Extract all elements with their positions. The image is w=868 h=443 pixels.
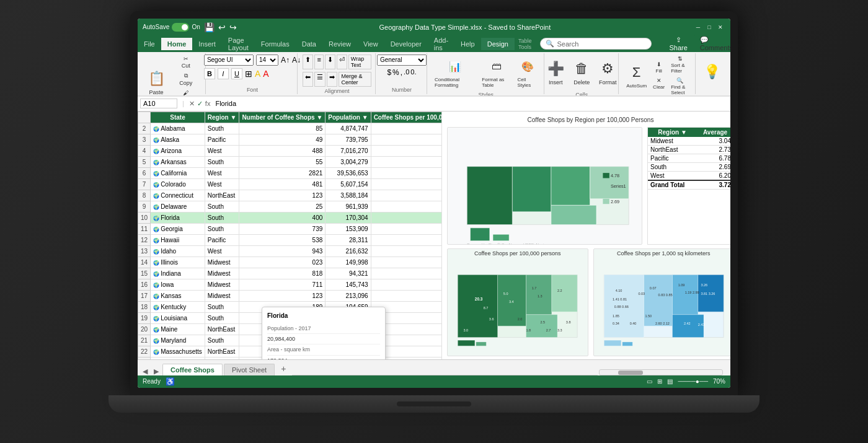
increase-decimal-button[interactable]: .0 <box>404 68 409 77</box>
cell-population[interactable]: 145,743 <box>326 279 371 290</box>
cell-population[interactable]: 149,998 <box>326 257 371 268</box>
zoom-slider[interactable]: ────●── <box>678 378 708 385</box>
tab-help[interactable]: Help <box>454 38 481 50</box>
cancel-formula-button[interactable]: ✕ <box>189 100 195 108</box>
cell-population[interactable]: 4,874,747 <box>326 123 371 134</box>
cell-per100k[interactable]: 7.0 <box>371 145 441 156</box>
cell-region[interactable]: South <box>205 123 239 134</box>
align-center-button[interactable]: ☰ <box>314 72 326 87</box>
tab-home[interactable]: Home <box>161 38 193 50</box>
table-row[interactable]: 9 🌍Delaware South 25 961,939 2.6 6,452 3… <box>138 201 442 212</box>
wrap-text-button[interactable]: ⏎ <box>337 55 347 69</box>
cell-region[interactable]: Midwest <box>205 357 239 359</box>
table-row[interactable]: 7 🌍Colorado West 481 5,607,154 8.6 269,8… <box>138 178 442 190</box>
table-row[interactable]: 14 🌍Illinois Midwest 023 149,998 4.5 149… <box>138 257 442 268</box>
table-row[interactable]: 2 🌍Alabama South 85 4,874,747 1.7 135,76… <box>138 123 442 134</box>
cell-region[interactable]: NorthEast <box>205 323 239 335</box>
cell-region[interactable]: NorthEast <box>205 190 239 201</box>
cell-region[interactable]: West <box>205 167 239 178</box>
search-box[interactable]: 🔍 Search <box>540 38 652 50</box>
cell-coffee-shops[interactable]: 023 <box>239 257 326 268</box>
cell-region[interactable]: South <box>205 212 239 223</box>
delete-button[interactable]: 🗑 Delete <box>569 55 594 90</box>
cell-state[interactable]: 🌍Florida <box>151 212 205 223</box>
cell-population[interactable]: 5,607,154 <box>326 178 371 190</box>
cell-population[interactable]: 94,321 <box>326 268 371 279</box>
italic-button[interactable]: I <box>218 68 229 79</box>
comma-button[interactable]: , <box>401 68 402 77</box>
close-button[interactable]: ✕ <box>715 22 725 32</box>
font-size-select[interactable]: 14 <box>256 55 278 66</box>
format-button[interactable]: ⚙ Format <box>595 55 620 90</box>
tab-design[interactable]: Design <box>481 38 515 50</box>
cell-per100k[interactable]: 3.3 <box>371 268 441 279</box>
bold-button[interactable]: B <box>204 68 215 79</box>
cell-per100k[interactable]: 1.8 <box>371 156 441 167</box>
cell-per100k[interactable]: 2.8 <box>371 279 441 290</box>
cell-state[interactable]: 🌍Louisiana <box>151 312 205 323</box>
cell-coffee-shops[interactable]: 25 <box>239 201 326 212</box>
cell-state[interactable]: 🌍Idaho <box>151 245 205 257</box>
sheet-nav-left[interactable]: ◀ <box>140 367 150 375</box>
insert-button[interactable]: ➕ Insert <box>543 55 568 90</box>
cell-population[interactable]: 170,304 <box>326 212 371 223</box>
find-select-button[interactable]: 🔍 Find & Select <box>668 76 691 97</box>
cell-coffee-shops[interactable]: 488 <box>239 145 326 156</box>
table-row[interactable]: 15 🌍Indiana Midwest 818 94,321 3.3 94,32… <box>138 268 442 279</box>
comments-button[interactable]: 💬 Comments <box>700 36 730 51</box>
scroll-bar-horizontal[interactable] <box>599 369 723 375</box>
fill-button[interactable]: ⬇ Fill <box>650 60 667 75</box>
redo-icon[interactable]: ↪ <box>229 22 237 32</box>
tab-file[interactable]: File <box>138 38 161 50</box>
insert-function-button[interactable]: fx <box>205 100 211 107</box>
cell-region[interactable]: NorthEast <box>205 346 239 357</box>
cell-coffee-shops[interactable]: 55 <box>239 156 326 167</box>
align-middle-button[interactable]: ≡ <box>314 55 323 69</box>
sort-filter-button[interactable]: ⇅ Sort & Filter <box>668 55 691 75</box>
cell-coffee-shops[interactable]: 123 <box>239 190 326 201</box>
confirm-formula-button[interactable]: ✓ <box>197 100 203 108</box>
cell-state[interactable]: 🌍Kansas <box>151 290 205 301</box>
underline-button[interactable]: U <box>231 68 242 79</box>
cell-state[interactable]: 🌍Maryland <box>151 335 205 346</box>
align-right-button[interactable]: ➡ <box>327 72 337 87</box>
share-button[interactable]: ⇪ Share <box>662 34 694 53</box>
table-row[interactable]: 5 🌍Arkansas South 55 3,004,279 1.8 137,7… <box>138 156 442 167</box>
cell-per100k[interactable]: 8.6 <box>371 178 441 190</box>
cell-population[interactable]: 216,632 <box>326 245 371 257</box>
table-row[interactable]: 13 🌍Idaho West 943 216,632 3.9 216,632 0… <box>138 245 442 257</box>
copy-button[interactable]: ⧉ Copy <box>170 71 202 87</box>
cell-styles-button[interactable]: 🎨 Cell Styles <box>515 55 540 90</box>
table-row[interactable]: 6 🌍California West 2821 39,536,653 7.1 4… <box>138 167 442 178</box>
cell-region[interactable]: South <box>205 223 239 234</box>
format-as-table-button[interactable]: 🗃 Format as Table <box>479 55 513 90</box>
percent-button[interactable]: % <box>392 68 399 77</box>
add-sheet-button[interactable]: + <box>276 362 291 375</box>
cell-region[interactable]: West <box>205 245 239 257</box>
cell-region[interactable]: West <box>205 178 239 190</box>
formula-input[interactable] <box>213 100 728 107</box>
tab-review[interactable]: Review <box>322 38 357 50</box>
cell-state[interactable]: 🌍Illinois <box>151 257 205 268</box>
cell-state[interactable]: 🌍Georgia <box>151 223 205 234</box>
cell-coffee-shops[interactable]: 85 <box>239 123 326 134</box>
save-icon[interactable]: 💾 <box>204 22 215 32</box>
table-row[interactable]: 4 🌍Arizona West 488 7,016,270 7.0 295,25… <box>138 145 442 156</box>
cell-region[interactable]: South <box>205 201 239 212</box>
tab-developer[interactable]: Developer <box>384 38 428 50</box>
cell-per100k[interactable]: 6.6 <box>371 134 441 145</box>
number-format-select[interactable]: General <box>377 55 427 66</box>
cell-coffee-shops[interactable]: 943 <box>239 245 326 257</box>
cell-coffee-shops[interactable]: 711 <box>239 279 326 290</box>
cell-region[interactable]: Midwest <box>205 257 239 268</box>
conditional-formatting-button[interactable]: 📊 Conditional Formatting <box>432 55 478 90</box>
cell-region[interactable]: Midwest <box>205 290 239 301</box>
cell-population[interactable]: 213,096 <box>326 290 371 301</box>
cell-state[interactable]: 🌍Maine <box>151 323 205 335</box>
cell-coffee-shops[interactable]: 2821 <box>239 167 326 178</box>
cell-population[interactable]: 739,795 <box>326 134 371 145</box>
cell-state[interactable]: 🌍Michigan <box>151 357 205 359</box>
cell-per100k[interactable]: 3.9 <box>371 245 441 257</box>
autosum-button[interactable]: Σ AutoSum <box>624 58 649 94</box>
table-row[interactable]: 8 🌍Connecticut NorthEast 123 3,588,184 3… <box>138 190 442 201</box>
